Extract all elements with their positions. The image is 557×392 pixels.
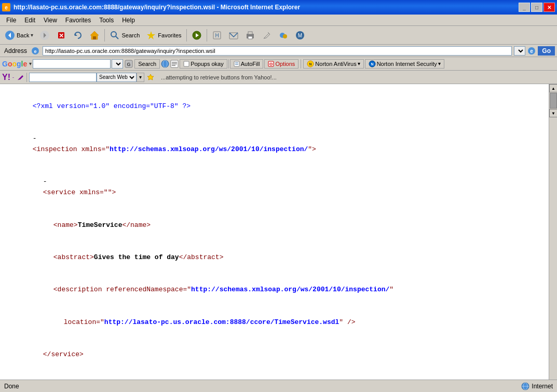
inspection-open-close: "> bbox=[308, 145, 316, 153]
menu-tools[interactable]: Tools bbox=[95, 16, 118, 25]
internet-icon bbox=[521, 382, 529, 390]
scroll-thumb[interactable] bbox=[550, 93, 557, 109]
status-zone: Internet bbox=[521, 382, 553, 390]
print-button[interactable] bbox=[242, 28, 258, 43]
service1-desc-end: " bbox=[389, 286, 393, 293]
minimize-button[interactable]: _ bbox=[519, 3, 530, 12]
svg-text:N: N bbox=[371, 62, 373, 66]
separator-norton bbox=[301, 59, 301, 69]
menu-help[interactable]: Help bbox=[118, 16, 139, 25]
yahoo-search-input[interactable] bbox=[29, 73, 97, 82]
address-input[interactable] bbox=[43, 46, 512, 56]
go-button[interactable]: Go bbox=[538, 46, 555, 56]
menu-edit[interactable]: Edit bbox=[20, 16, 39, 25]
yahoo-edit-icon bbox=[16, 73, 24, 82]
service1-loc-value: http://lasato-pc.us.oracle.com:8888/ccor… bbox=[104, 318, 339, 326]
inspection-open-tag: <inspection xmlns=" bbox=[33, 145, 110, 153]
yahoo-status-text: ...attempting to retrieve buttons from Y… bbox=[161, 74, 277, 80]
inspection-open-line: - <inspection xmlns="http://schemas.xmls… bbox=[8, 123, 547, 166]
google-search-button[interactable]: Search bbox=[134, 59, 160, 69]
collapse-inspection[interactable]: - bbox=[33, 134, 41, 142]
service2-open-line: - <service xmlns=""> bbox=[8, 371, 547, 380]
svg-text:O: O bbox=[269, 62, 273, 66]
content-area[interactable]: <?xml version="1.0" encoding="UTF-8" ?> … bbox=[0, 84, 557, 380]
svg-rect-37 bbox=[184, 61, 189, 66]
maximize-button[interactable]: □ bbox=[531, 3, 542, 12]
vertical-scrollbar[interactable]: ▲ ▼ bbox=[549, 84, 557, 380]
popups-button[interactable]: Popups okay bbox=[180, 59, 227, 69]
norton-av-dropdown[interactable]: ▾ bbox=[358, 61, 360, 66]
discuss-button[interactable] bbox=[276, 28, 291, 43]
service1-desc-line: <description referencedNamespace="http:/… bbox=[8, 274, 547, 306]
stop-button[interactable]: ✕ bbox=[53, 28, 69, 43]
service1-close-tag: </service> bbox=[43, 350, 84, 358]
service1-loc-end: " /> bbox=[339, 318, 355, 326]
refresh-button[interactable] bbox=[70, 28, 86, 43]
norton-security-dropdown[interactable]: ▾ bbox=[438, 61, 441, 66]
scroll-up-button[interactable]: ▲ bbox=[549, 84, 557, 92]
media-button[interactable] bbox=[189, 28, 205, 43]
menu-favorites[interactable]: Favorites bbox=[61, 16, 95, 25]
window-controls[interactable]: _ □ ✕ bbox=[519, 3, 555, 12]
yahoo-search-button[interactable]: ▾ bbox=[137, 73, 144, 82]
svg-rect-18 bbox=[248, 32, 252, 34]
service1-abstract-line: <abstract>Gives the time of day</abstrac… bbox=[8, 241, 547, 274]
scroll-down-button[interactable]: ▼ bbox=[549, 109, 557, 117]
norton-security-button[interactable]: N Norton Internet Security ▾ bbox=[365, 59, 444, 69]
yahoo-search-box: Search Web ▾ bbox=[29, 73, 144, 82]
edit-button[interactable] bbox=[259, 28, 275, 43]
menu-view[interactable]: View bbox=[39, 16, 61, 25]
yahoo-search-dropdown[interactable]: Search Web bbox=[97, 73, 137, 82]
back-button[interactable]: Back ▾ bbox=[2, 28, 36, 43]
service1-loc-attr: location=" bbox=[64, 318, 104, 326]
inspection-ns-value: http://schemas.xmlsoap.org/ws/2001/10/in… bbox=[110, 145, 308, 153]
svg-marker-6 bbox=[75, 33, 77, 36]
back-dropdown-icon[interactable]: ▾ bbox=[31, 32, 33, 38]
forward-icon bbox=[39, 30, 50, 40]
autofill-button[interactable]: AutoFill bbox=[230, 59, 264, 69]
search-button[interactable]: Search bbox=[107, 28, 142, 43]
norton-security-label: Norton Internet Security bbox=[377, 61, 437, 67]
svg-rect-8 bbox=[93, 36, 96, 39]
separator-yahoo bbox=[26, 73, 27, 82]
mail-icon bbox=[228, 30, 239, 40]
mail-button[interactable] bbox=[226, 28, 241, 43]
svg-point-9 bbox=[111, 32, 116, 37]
norton-av-icon: N bbox=[307, 60, 314, 67]
history-button[interactable]: H bbox=[209, 28, 225, 43]
service1-name-open: <name> bbox=[53, 221, 78, 229]
google-news-icon bbox=[170, 60, 179, 68]
service1-location-line: location="http://lasato-pc.us.oracle.com… bbox=[8, 306, 547, 339]
autofill-label: AutoFill bbox=[241, 61, 260, 67]
address-dropdown[interactable] bbox=[514, 46, 525, 56]
xml-decl-text: <?xml version="1.0" encoding="UTF-8" ?> bbox=[33, 102, 191, 110]
window-title: http://lasato-pc.us.oracle.com:8888/gate… bbox=[13, 4, 519, 11]
svg-text:✕: ✕ bbox=[59, 32, 64, 39]
collapse-service1[interactable]: - bbox=[43, 178, 51, 185]
google-earth-icon bbox=[161, 60, 169, 68]
address-label: Address bbox=[2, 47, 29, 55]
options-button[interactable]: O Options bbox=[264, 59, 298, 69]
norton-antivirus-button[interactable]: N Norton AntiVirus ▾ bbox=[303, 59, 363, 69]
close-button[interactable]: ✕ bbox=[544, 3, 555, 12]
media-icon bbox=[192, 30, 202, 40]
svg-rect-19 bbox=[248, 36, 252, 39]
refresh-icon bbox=[73, 30, 83, 40]
back-label: Back bbox=[17, 32, 29, 38]
google-search-input[interactable] bbox=[33, 59, 111, 69]
svg-text:e: e bbox=[34, 49, 37, 54]
service1-desc-ns: http://schemas.xmlsoap.org/ws/2001/10/in… bbox=[191, 286, 389, 293]
google-dropdown-icon[interactable]: ▾ bbox=[29, 61, 32, 66]
back-icon bbox=[5, 30, 15, 40]
google-input-dropdown[interactable] bbox=[112, 59, 123, 69]
discuss-icon bbox=[278, 30, 289, 40]
svg-marker-47 bbox=[147, 74, 154, 80]
home-button[interactable] bbox=[87, 28, 102, 43]
address-icon: e bbox=[31, 47, 39, 55]
main-toolbar: Back ▾ ✕ bbox=[0, 26, 557, 45]
forward-button[interactable] bbox=[37, 28, 52, 43]
favorites-button[interactable]: Favorites bbox=[143, 28, 184, 43]
messenger-button[interactable]: M bbox=[292, 28, 308, 43]
menu-file[interactable]: File bbox=[2, 16, 20, 25]
service1-open-tag: <service xmlns=""> bbox=[43, 188, 116, 196]
